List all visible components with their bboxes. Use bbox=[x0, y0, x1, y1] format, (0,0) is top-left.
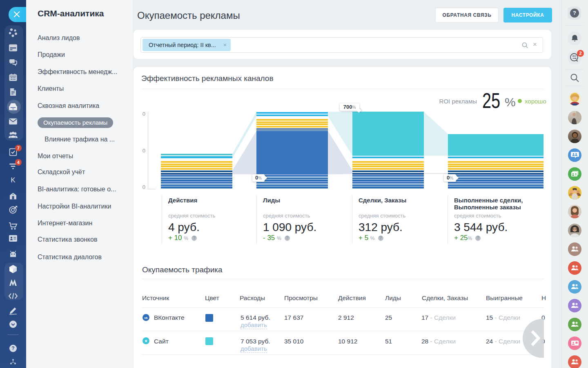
svg-text:?: ? bbox=[11, 346, 14, 351]
svg-text:★: ★ bbox=[144, 339, 148, 343]
svg-text:vk: vk bbox=[144, 316, 148, 320]
